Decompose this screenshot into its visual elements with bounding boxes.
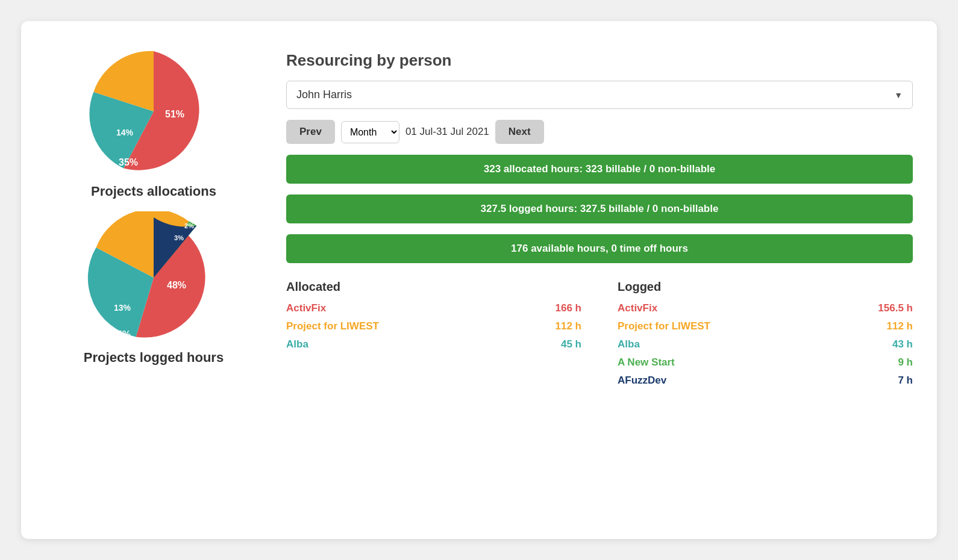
chevron-down-icon: ▼: [894, 90, 903, 100]
allocated-hours-bar: 323 allocated hours: 323 billable / 0 no…: [286, 155, 913, 184]
prev-button[interactable]: Prev: [286, 120, 335, 144]
logged-name-1: Project for LIWEST: [618, 320, 710, 332]
period-select[interactable]: Month Week Quarter: [341, 121, 399, 143]
person-dropdown[interactable]: John Harris ▼: [286, 81, 913, 109]
logged-name-0: ActivFix: [618, 302, 657, 314]
main-card: 51% 14% 35% Projects allocations 48%: [21, 21, 937, 539]
allocated-hours-2: 45 h: [561, 338, 581, 350]
logged-hours-2: 43 h: [892, 338, 913, 350]
logged-hours-4: 7 h: [898, 375, 913, 387]
svg-text:14%: 14%: [116, 128, 134, 137]
allocated-hours-1: 112 h: [556, 320, 581, 332]
svg-text:13%: 13%: [114, 303, 131, 313]
logged-hours-3: 9 h: [898, 356, 913, 369]
page-title: Resourcing by person: [286, 51, 913, 70]
allocated-name-0: ActivFix: [286, 302, 326, 314]
chart-logged-title: Projects logged hours: [84, 350, 224, 366]
logged-name-4: AFuzzDev: [618, 375, 666, 387]
svg-text:48%: 48%: [167, 280, 186, 290]
pie-chart-allocations: 51% 14% 35%: [87, 45, 220, 178]
logged-name-2: Alba: [618, 338, 640, 350]
nav-row: Prev Month Week Quarter 01 Jul-31 Jul 20…: [286, 120, 913, 144]
left-panel: 51% 14% 35% Projects allocations 48%: [45, 45, 262, 515]
svg-text:2%: 2%: [184, 222, 194, 229]
details-row: Allocated ActivFix 166 h Project for LIW…: [286, 280, 913, 393]
allocated-item-1: Project for LIWEST 112 h: [286, 320, 581, 332]
logged-item-2: Alba 43 h: [618, 338, 913, 350]
pie-chart-logged: 48% 13% 34% 3% 2%: [87, 211, 220, 344]
logged-item-1: Project for LIWEST 112 h: [618, 320, 913, 332]
allocated-name-1: Project for LIWEST: [286, 320, 379, 332]
logged-item-0: ActivFix 156.5 h: [618, 302, 913, 314]
chart-allocations-title: Projects allocations: [91, 184, 216, 199]
allocated-item-2: Alba 45 h: [286, 338, 581, 350]
allocated-hours-0: 166 h: [556, 302, 581, 314]
logged-col: Logged ActivFix 156.5 h Project for LIWE…: [618, 280, 913, 393]
allocated-name-2: Alba: [286, 338, 308, 350]
allocated-col: Allocated ActivFix 166 h Project for LIW…: [286, 280, 581, 393]
logged-item-4: AFuzzDev 7 h: [618, 375, 913, 387]
logged-hours-1: 112 h: [887, 320, 913, 332]
logged-header: Logged: [618, 280, 913, 294]
available-hours-bar: 176 available hours, 0 time off hours: [286, 234, 913, 263]
logged-hours-0: 156.5 h: [878, 302, 913, 314]
svg-text:35%: 35%: [119, 157, 138, 167]
logged-name-3: A New Start: [618, 356, 675, 369]
chart-allocations-section: 51% 14% 35% Projects allocations: [87, 45, 220, 199]
right-panel: Resourcing by person John Harris ▼ Prev …: [286, 45, 913, 515]
next-button[interactable]: Next: [495, 120, 544, 144]
chart-logged-section: 48% 13% 34% 3% 2% Projects logged hours: [84, 211, 224, 366]
svg-text:3%: 3%: [174, 234, 184, 241]
person-name: John Harris: [296, 89, 352, 101]
date-range: 01 Jul-31 Jul 2021: [405, 126, 489, 138]
logged-hours-bar: 327.5 logged hours: 327.5 billable / 0 n…: [286, 194, 913, 223]
svg-text:34%: 34%: [111, 329, 131, 340]
logged-item-3: A New Start 9 h: [618, 356, 913, 369]
allocated-header: Allocated: [286, 280, 581, 294]
svg-text:51%: 51%: [165, 109, 184, 119]
allocated-item-0: ActivFix 166 h: [286, 302, 581, 314]
